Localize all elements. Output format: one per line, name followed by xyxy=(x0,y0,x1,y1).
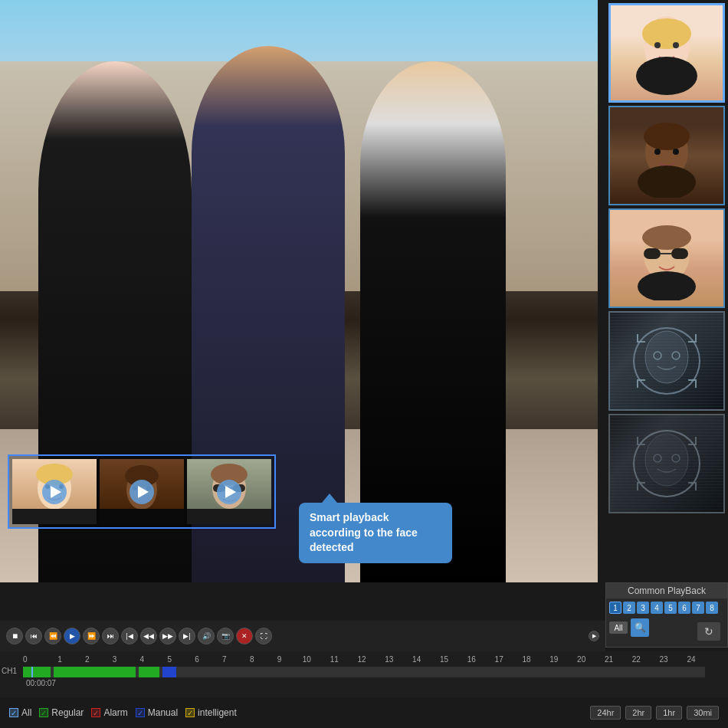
mini-play-button[interactable]: ▶ xyxy=(589,631,599,641)
play-button-1[interactable] xyxy=(42,480,67,504)
svg-rect-27 xyxy=(12,509,97,524)
skip-forward-button[interactable]: ⏭ xyxy=(102,628,119,644)
filter-all-label: All xyxy=(21,707,31,718)
time-zoom-buttons: 24hr 2hr 1hr 30mi xyxy=(590,706,719,720)
face-svg-1 xyxy=(621,11,713,95)
filter-all-checkbox[interactable]: ✓ All xyxy=(9,707,31,718)
filter-alarm-checkbox[interactable]: ✓ Alarm xyxy=(91,707,127,718)
filter-regular-box[interactable]: ✓ xyxy=(39,708,48,717)
detected-faces-row xyxy=(8,454,276,529)
fast-forward-button[interactable]: ⏩ xyxy=(83,628,100,644)
timeline-area: 0 1 2 3 4 5 6 7 8 9 10 11 12 13 14 15 16… xyxy=(0,651,728,697)
tooltip-text: Smart playback according to the face det… xyxy=(310,511,418,553)
face-thumbnail-3[interactable] xyxy=(608,208,725,308)
play-triangle-1 xyxy=(51,486,61,498)
hour-4: 4 xyxy=(128,655,156,664)
fullscreen-button[interactable]: ⛶ xyxy=(255,628,272,644)
svg-point-19 xyxy=(645,434,688,486)
face-svg-5 xyxy=(621,421,713,506)
face-thumbnail-2[interactable] xyxy=(608,106,725,205)
hour-2: 2 xyxy=(74,655,101,664)
play-button[interactable]: ▶ xyxy=(64,628,80,644)
filter-intelligent-box[interactable]: ✓ xyxy=(185,708,195,717)
face-thumbnail-1[interactable] xyxy=(608,3,725,103)
channel-label: CH1 xyxy=(2,667,17,675)
skip-back-button[interactable]: ⏮ xyxy=(25,628,42,644)
hour-18: 18 xyxy=(513,655,540,664)
refresh-icon: ↻ xyxy=(704,625,713,638)
filter-alarm-label: Alarm xyxy=(103,707,127,718)
timeline-track-container[interactable]: CH1 00:00:07 xyxy=(23,667,705,697)
detected-face-thumb-3[interactable] xyxy=(187,459,271,524)
zoom-30mi-btn[interactable]: 30mi xyxy=(687,706,719,720)
face-thumbnail-5[interactable] xyxy=(608,414,725,513)
timeline-track[interactable] xyxy=(23,667,705,677)
svg-point-2 xyxy=(654,42,661,48)
face-overlay-1 xyxy=(611,5,723,100)
detected-face-thumb-2[interactable] xyxy=(100,459,184,524)
snapshot-button[interactable]: 📷 xyxy=(217,628,234,644)
detected-face-thumb-1[interactable] xyxy=(12,459,97,524)
playback-panel-title: Common PlayBack xyxy=(606,583,727,598)
channel-7-btn[interactable]: 7 xyxy=(692,602,704,614)
filter-manual-label: Manual xyxy=(148,707,178,718)
channel-2-btn[interactable]: 2 xyxy=(623,602,635,614)
zoom-2hr-btn[interactable]: 2hr xyxy=(625,706,651,720)
svg-point-8 xyxy=(673,149,679,155)
status-bar: ✓ All ✓ Regular ✓ Alarm ✓ Manual ✓ xyxy=(0,697,728,728)
filter-manual-box[interactable]: ✓ xyxy=(136,708,145,717)
stop-button[interactable]: ⏹ xyxy=(6,628,23,644)
hour-11: 11 xyxy=(320,655,348,664)
face-thumbnail-4[interactable] xyxy=(608,311,725,411)
refresh-button[interactable]: ↻ xyxy=(697,622,720,641)
channel-4-btn[interactable]: 4 xyxy=(651,602,663,614)
hour-16: 16 xyxy=(457,655,485,664)
channel-5-btn[interactable]: 5 xyxy=(664,602,677,614)
hour-20: 20 xyxy=(568,655,595,664)
audio-button[interactable]: 🔊 xyxy=(198,628,215,644)
face-svg-3 xyxy=(621,216,713,300)
hour-13: 13 xyxy=(375,655,403,664)
play-button-3[interactable] xyxy=(217,480,241,504)
svg-point-6 xyxy=(644,123,690,150)
filter-manual-checkbox[interactable]: ✓ Manual xyxy=(136,707,178,718)
zoom-1hr-btn[interactable]: 1hr xyxy=(656,706,682,720)
channel-3-btn[interactable]: 3 xyxy=(637,602,649,614)
svg-rect-12 xyxy=(644,248,661,259)
svg-point-11 xyxy=(642,225,691,250)
filter-alarm-box[interactable]: ✓ xyxy=(91,708,100,717)
filter-intelligent-checkbox[interactable]: ✓ intelligent xyxy=(185,707,237,718)
svg-rect-40 xyxy=(187,509,271,524)
slow-back-button[interactable]: ◀◀ xyxy=(140,628,157,644)
slow-forward-button[interactable]: ▶▶ xyxy=(159,628,176,644)
hour-5: 5 xyxy=(156,655,183,664)
hour-9: 9 xyxy=(266,655,293,664)
filter-regular-label: Regular xyxy=(51,707,84,718)
hour-21: 21 xyxy=(595,655,623,664)
channel-1-btn[interactable]: 1 xyxy=(609,602,621,614)
filter-manual-check: ✓ xyxy=(137,709,143,717)
playback-controls-bar: ⏹ ⏮ ⏪ ▶ ⏩ ⏭ |◀ ◀◀ ▶▶ ▶| 🔊 📷 ✕ ⛶ ▶ xyxy=(0,621,605,651)
hour-1: 1 xyxy=(46,655,74,664)
face-detection-panel xyxy=(605,0,728,582)
hour-12: 12 xyxy=(348,655,375,664)
face-svg-2 xyxy=(621,113,713,198)
filter-all-box[interactable]: ✓ xyxy=(9,708,18,717)
next-frame-button[interactable]: ▶| xyxy=(179,628,195,644)
prev-frame-button[interactable]: |◀ xyxy=(121,628,138,644)
timeline-playhead[interactable] xyxy=(31,667,33,677)
rewind-button[interactable]: ⏪ xyxy=(44,628,61,644)
channel-all-btn[interactable]: All xyxy=(609,621,628,634)
play-button-2[interactable] xyxy=(130,480,154,504)
hour-14: 14 xyxy=(403,655,431,664)
close-button[interactable]: ✕ xyxy=(236,628,253,644)
channel-6-btn[interactable]: 6 xyxy=(678,602,690,614)
play-triangle-2 xyxy=(138,486,149,498)
filter-regular-checkbox[interactable]: ✓ Regular xyxy=(39,707,84,718)
playback-search-btn[interactable]: 🔍 xyxy=(631,618,649,637)
zoom-24hr-btn[interactable]: 24hr xyxy=(590,706,621,720)
channel-8-btn[interactable]: 8 xyxy=(706,602,718,614)
filter-alarm-check: ✓ xyxy=(93,709,99,717)
hour-6: 6 xyxy=(183,655,211,664)
timeline-segment-2 xyxy=(54,667,136,677)
